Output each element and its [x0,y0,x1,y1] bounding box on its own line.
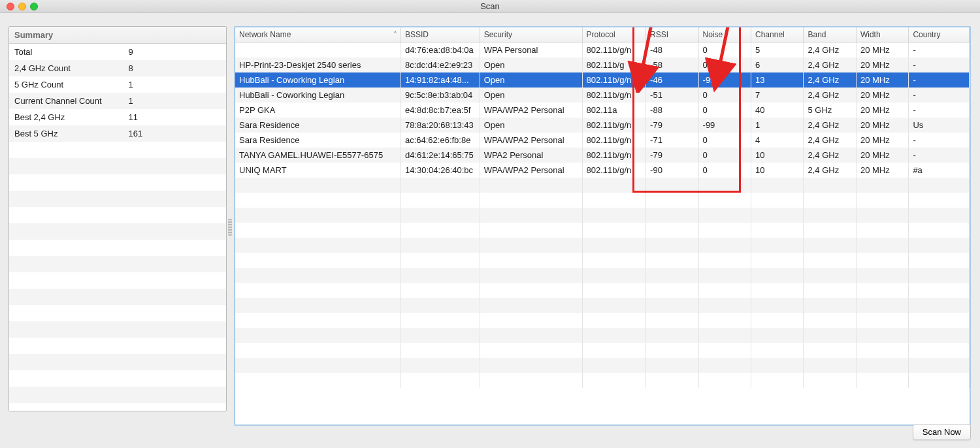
cell-noise: 0 [698,42,751,58]
window-zoom-icon[interactable] [30,3,38,10]
cell-band: 2,4 GHz [804,118,856,133]
summary-label: 5 GHz Count [9,76,129,93]
cell-security: Open [480,72,582,88]
col-rssi[interactable]: RSSI [646,27,698,42]
cell-channel: 7 [751,88,804,103]
cell-rssi: -90 [646,163,698,178]
cell-band: 5 GHz [804,103,856,118]
summary-value: 1 [129,76,226,93]
cell-rssi: -46 [646,72,698,88]
table-row[interactable]: HP-Print-23-Deskjet 2540 series8c:dc:d4:… [235,57,970,72]
cell-bssid: 14:30:04:26:40:bc [400,163,480,178]
cell-noise: -99 [698,72,751,88]
summary-row-empty [9,240,226,256]
cell-noise: 0 [698,148,751,163]
col-band[interactable]: Band [804,27,856,42]
summary-row: Best 5 GHz161 [9,125,226,142]
cell-protocol: 802.11b/g/n [582,148,646,163]
sort-asc-icon: ^ [394,30,397,37]
summary-value: 8 [129,60,226,76]
col-width[interactable]: Width [856,27,908,42]
summary-heading: Summary [9,27,226,44]
col-country[interactable]: Country [909,27,970,42]
cell-security: Open [480,57,582,72]
cell-country: - [909,57,970,72]
cell-protocol: 802.11b/g/n [582,88,646,103]
window-title: Scan [480,1,500,11]
summary-row: Current Channel Count1 [9,93,226,109]
col-bssid[interactable]: BSSID [400,27,480,42]
cell-rssi: -88 [646,103,698,118]
cell-security: Open [480,118,582,133]
table-row-empty [235,313,970,328]
cell-channel: 5 [751,42,804,58]
col-security[interactable]: Security [480,27,582,42]
cell-protocol: 802.11b/g/n [582,163,646,178]
summary-row-empty [9,387,226,403]
cell-name: Sara Residence [235,118,400,133]
cell-width: 20 MHz [856,57,908,72]
cell-country: Us [909,118,970,133]
table-row-empty [235,208,970,223]
summary-row: 5 GHz Count1 [9,76,226,93]
col-channel[interactable]: Channel [751,27,804,42]
table-row[interactable]: HubBali - Coworking Legian14:91:82:a4:48… [235,72,970,88]
table-row[interactable]: UNIQ MART14:30:04:26:40:bcWPA/WPA2 Perso… [235,163,970,178]
cell-protocol: 802.11b/g [582,57,646,72]
table-row[interactable]: Sara Residence78:8a:20:68:13:43Open802.1… [235,118,970,133]
col-noise[interactable]: Noise [698,27,751,42]
summary-value: 9 [129,44,226,60]
cell-channel: 10 [751,163,804,178]
titlebar: Scan [0,0,980,13]
cell-rssi: -58 [646,57,698,72]
table-row-empty [235,373,970,388]
summary-row: 2,4 GHz Count8 [9,60,226,76]
col-protocol[interactable]: Protocol [582,27,646,42]
table-row[interactable]: d4:76:ea:d8:b4:0aWPA Personal802.11b/g/n… [235,42,970,58]
cell-country: - [909,103,970,118]
cell-rssi: -79 [646,148,698,163]
cell-band: 2,4 GHz [804,72,856,88]
cell-name: TANYA GAMEL.HUAWEI-E5577-6575 [235,148,400,163]
cell-width: 20 MHz [856,88,908,103]
summary-row-empty [9,370,226,387]
table-row-empty [235,253,970,268]
table-row-empty [235,178,970,193]
cell-name [235,42,400,58]
summary-row: Best 2,4 GHz11 [9,109,226,125]
cell-protocol: 802.11b/g/n [582,72,646,88]
table-row[interactable]: HubBali - Coworking Legian9c:5c:8e:b3:ab… [235,88,970,103]
col-network-name[interactable]: Network Name^ [235,27,400,42]
scan-now-button[interactable]: Scan Now [913,424,971,440]
cell-bssid: 8c:dc:d4:e2:e9:23 [400,57,480,72]
cell-band: 2,4 GHz [804,42,856,58]
table-row[interactable]: Sara Residenceac:64:62:e6:fb:8eWPA/WPA2 … [235,133,970,148]
cell-band: 2,4 GHz [804,57,856,72]
cell-bssid: d4:61:2e:14:65:75 [400,148,480,163]
cell-security: WPA Personal [480,42,582,58]
cell-name: HubBali - Coworking Legian [235,88,400,103]
cell-channel: 13 [751,72,804,88]
table-row[interactable]: P2P GKAe4:8d:8c:b7:ea:5fWPA/WPA2 Persona… [235,103,970,118]
summary-label: Total [9,44,129,60]
window-minimize-icon[interactable] [18,3,26,10]
cell-band: 2,4 GHz [804,148,856,163]
networks-table: Network Name^ BSSID Security Protocol RS… [235,27,970,388]
cell-country: #a [909,163,970,178]
cell-bssid: 78:8a:20:68:13:43 [400,118,480,133]
cell-security: WPA/WPA2 Personal [480,103,582,118]
cell-country: - [909,42,970,58]
cell-width: 20 MHz [856,103,908,118]
cell-country: - [909,88,970,103]
cell-name: HP-Print-23-Deskjet 2540 series [235,57,400,72]
splitter-handle[interactable] [228,219,232,236]
cell-width: 20 MHz [856,133,908,148]
cell-rssi: -48 [646,42,698,58]
cell-country: - [909,133,970,148]
cell-country: - [909,148,970,163]
table-row-empty [235,223,970,238]
summary-row-empty [9,158,226,174]
summary-table: Total92,4 GHz Count85 GHz Count1Current … [9,44,226,411]
window-close-icon[interactable] [7,3,14,10]
table-row[interactable]: TANYA GAMEL.HUAWEI-E5577-6575d4:61:2e:14… [235,148,970,163]
